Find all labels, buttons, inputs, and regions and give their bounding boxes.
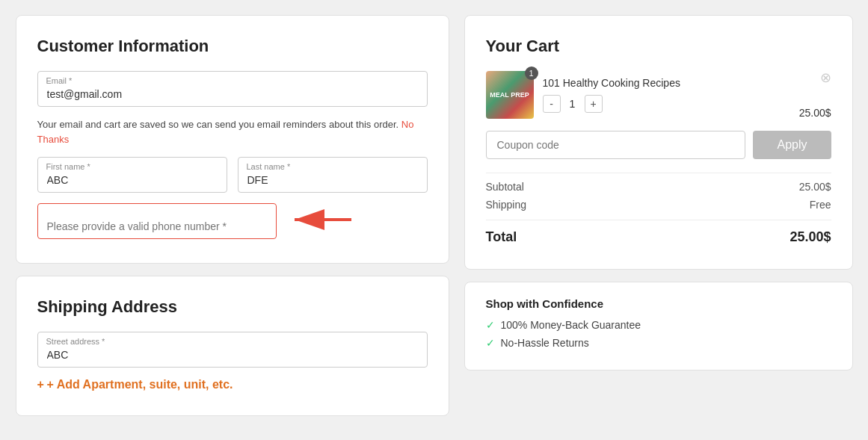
cart-item-info: 101 Healthy Cooking Recipes - 1 + (543, 77, 790, 113)
subtotal-row: Subtotal 25.00$ (486, 181, 831, 193)
confidence-text-2: No-Hassle Returns (501, 337, 589, 349)
reminder-text: Your email and cart are saved so we can … (37, 117, 428, 146)
cart-card: Your Cart MEAL PREP 1 101 Healthy Cookin… (464, 15, 853, 270)
email-input[interactable] (37, 71, 428, 107)
total-row: Total 25.00$ (486, 220, 831, 245)
right-column: Your Cart MEAL PREP 1 101 Healthy Cookin… (464, 15, 853, 416)
shipping-value: Free (810, 199, 831, 211)
qty-plus-button[interactable]: + (585, 95, 603, 113)
phone-row (37, 203, 428, 239)
coupon-input[interactable] (486, 131, 746, 159)
total-label: Total (486, 229, 517, 245)
first-name-group: First name * (37, 157, 227, 193)
remove-item-button[interactable]: ⊗ (820, 71, 831, 84)
confidence-item-1: ✓ 100% Money-Back Guarantee (486, 319, 831, 331)
arrow-icon (286, 206, 353, 237)
left-column: Customer Information Email * Your email … (16, 15, 449, 416)
cart-item-price: 25.00$ (799, 107, 831, 119)
confidence-title: Shop with Confidence (486, 297, 831, 310)
plus-icon: + (37, 378, 44, 391)
qty-minus-button[interactable]: - (543, 95, 561, 113)
confidence-item-2: ✓ No-Hassle Returns (486, 337, 831, 349)
phone-input[interactable] (37, 203, 277, 239)
apply-button[interactable]: Apply (753, 131, 831, 159)
confidence-card: Shop with Confidence ✓ 100% Money-Back G… (464, 282, 853, 371)
shipping-title: Shipping Address (37, 297, 428, 317)
qty-value: 1 (567, 98, 579, 110)
first-name-label: First name * (46, 162, 90, 171)
street-label: Street address * (46, 337, 105, 346)
total-value: 25.00$ (789, 229, 831, 245)
last-name-label: Last name * (247, 162, 291, 171)
customer-information-card: Customer Information Email * Your email … (16, 15, 449, 264)
arrow-container (286, 206, 353, 237)
shipping-address-card: Shipping Address Street address * + + Ad… (16, 276, 449, 416)
check-icon-2: ✓ (486, 337, 495, 349)
name-row: First name * Last name * (37, 157, 428, 203)
last-name-group: Last name * (238, 157, 428, 193)
shipping-row: Shipping Free (486, 199, 831, 211)
phone-group (37, 203, 277, 239)
confidence-text-1: 100% Money-Back Guarantee (501, 319, 641, 331)
cart-badge: 1 (525, 66, 538, 80)
customer-info-title: Customer Information (37, 37, 428, 56)
qty-control: - 1 + (543, 95, 790, 113)
add-apartment-link[interactable]: + + Add Apartment, suite, unit, etc. (37, 378, 428, 391)
email-group: Email * (37, 71, 428, 107)
cart-item: MEAL PREP 1 101 Healthy Cooking Recipes … (486, 71, 831, 119)
cart-item-right: ⊗ 25.00$ (799, 71, 831, 119)
check-icon-1: ✓ (486, 319, 495, 331)
subtotal-label: Subtotal (486, 181, 524, 193)
cart-item-name: 101 Healthy Cooking Recipes (543, 77, 790, 89)
street-group: Street address * (37, 332, 428, 368)
shipping-label: Shipping (486, 199, 527, 211)
page-layout: Customer Information Email * Your email … (16, 15, 853, 416)
email-label: Email * (46, 76, 73, 85)
subtotal-value: 25.00$ (799, 181, 831, 193)
cart-divider (486, 173, 831, 173)
cart-title: Your Cart (486, 37, 831, 56)
coupon-row: Apply (486, 131, 831, 159)
cart-image-wrap: MEAL PREP 1 (486, 71, 534, 119)
